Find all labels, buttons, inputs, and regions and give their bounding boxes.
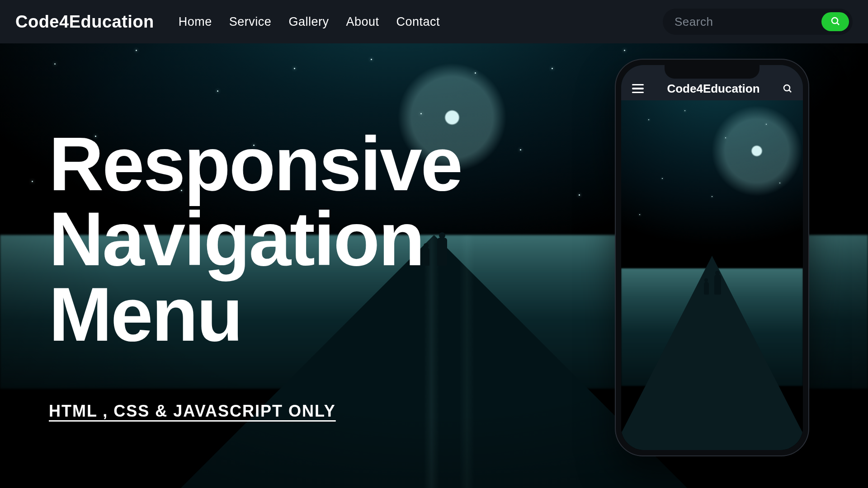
search-icon: [830, 16, 841, 28]
phone-silhouette-decoration: [701, 269, 723, 295]
nav-contact[interactable]: Contact: [396, 15, 440, 29]
brand-logo[interactable]: Code4Education: [15, 12, 154, 32]
svg-line-3: [789, 90, 791, 92]
phone-background: [621, 65, 803, 450]
search-button[interactable]: [821, 12, 849, 31]
navbar: Code4Education Home Service Gallery Abou…: [0, 0, 868, 43]
phone-notch: [665, 65, 760, 79]
phone-mockup: Code4Education: [615, 59, 809, 456]
nav-gallery[interactable]: Gallery: [288, 15, 329, 29]
phone-brand-logo[interactable]: Code4Education: [653, 82, 774, 96]
svg-point-0: [832, 18, 838, 23]
phone-screen: Code4Education: [621, 65, 803, 450]
nav-service[interactable]: Service: [229, 15, 272, 29]
hero-title-line1: Responsive: [49, 127, 462, 202]
nav-links: Home Service Gallery About Contact: [179, 15, 440, 29]
hamburger-icon[interactable]: [631, 81, 645, 96]
hero-title-line2: Navigation: [49, 202, 462, 277]
search-box: [663, 9, 853, 35]
svg-line-1: [837, 23, 839, 25]
search-input[interactable]: [675, 15, 821, 29]
svg-point-2: [784, 85, 790, 91]
hero-title-line3: Menu: [49, 277, 462, 352]
nav-home[interactable]: Home: [179, 15, 212, 29]
hero-title: Responsive Navigation Menu: [49, 127, 462, 352]
phone-search-button[interactable]: [782, 83, 793, 96]
nav-about[interactable]: About: [346, 15, 379, 29]
hero-text: Responsive Navigation Menu HTML , CSS & …: [49, 127, 462, 421]
search-icon: [782, 88, 793, 95]
hero-subtitle: HTML , CSS & JAVASCRIPT ONLY: [49, 402, 462, 421]
